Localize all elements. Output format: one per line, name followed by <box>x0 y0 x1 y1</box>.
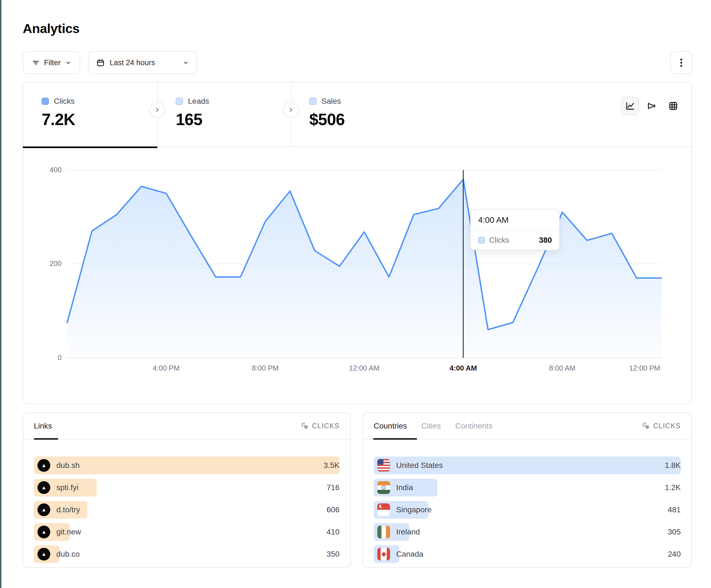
filter-button[interactable]: Filter <box>23 51 80 74</box>
table-row[interactable]: ▲dub.sh3.5K <box>34 456 340 474</box>
area-fill <box>67 179 661 358</box>
row-label: Canada <box>396 550 423 559</box>
clicks-swatch-icon <box>478 237 485 244</box>
analytics-card: Clicks 7.2K Leads 165 Sales $506 <box>23 82 692 404</box>
stat-tab-clicks[interactable]: Clicks 7.2K <box>23 82 157 147</box>
sales-swatch-icon <box>309 98 317 105</box>
row-value: 240 <box>668 545 681 563</box>
flag-icon-ca <box>377 548 390 561</box>
flag-icon-in <box>377 481 390 494</box>
flag-icon-sg <box>377 503 390 516</box>
table-row[interactable]: Singapore481 <box>374 501 681 519</box>
flag-icon-us <box>377 459 390 472</box>
table-grid-icon <box>667 100 679 112</box>
row-label: United States <box>396 461 443 470</box>
stat-tab-leads[interactable]: Leads 165 <box>157 82 291 147</box>
date-range-button[interactable]: Last 24 hours <box>88 51 197 74</box>
active-stat-indicator <box>23 146 157 148</box>
expand-leads-button[interactable] <box>149 102 166 118</box>
links-panel: Links CLICKS ▲dub.sh3.5K▲spti.fyi716▲d.t… <box>23 412 351 568</box>
more-options-button[interactable] <box>670 51 692 74</box>
x-axis-label: 12:00 PM <box>629 364 660 372</box>
tab-countries[interactable]: Countries <box>374 422 407 430</box>
dub-logo-icon: ▲ <box>38 526 50 538</box>
funnel-view-button[interactable] <box>642 97 661 115</box>
countries-panel: Countries Cities Continents CLICKS Unite… <box>363 412 692 568</box>
row-value: 350 <box>326 545 340 563</box>
table-row[interactable]: ▲dub.co350 <box>34 545 340 563</box>
row-label: Ireland <box>396 527 420 537</box>
row-value: 606 <box>326 501 340 519</box>
tooltip-series-label: Clicks <box>489 236 509 245</box>
row-label: dub.co <box>56 550 80 559</box>
active-tab-indicator <box>373 438 417 439</box>
filter-icon <box>31 58 40 67</box>
table-row[interactable]: ▲d.to/try606 <box>34 501 340 519</box>
date-range-label: Last 24 hours <box>110 59 155 67</box>
leads-swatch-icon <box>176 98 183 105</box>
table-row[interactable]: United States1.8K <box>374 456 681 474</box>
x-axis-label: 8:00 PM <box>252 364 279 372</box>
countries-metric-toggle[interactable]: CLICKS <box>642 422 681 430</box>
row-bar <box>34 456 340 474</box>
row-label: d.to/try <box>56 505 80 514</box>
links-metric-toggle[interactable]: CLICKS <box>301 422 340 430</box>
table-row[interactable]: Ireland305 <box>374 523 681 541</box>
funnel-icon <box>646 100 658 112</box>
chevron-down-icon <box>182 59 189 66</box>
tab-cities[interactable]: Cities <box>422 422 441 430</box>
page-title: Analytics <box>23 21 80 36</box>
stat-tab-sales[interactable]: Sales $506 <box>291 82 457 147</box>
stat-label: Clicks <box>54 97 75 106</box>
row-value: 1.8K <box>665 456 681 474</box>
y-axis-label: 200 <box>31 259 62 268</box>
row-value: 1.2K <box>665 479 681 496</box>
kebab-menu-icon <box>677 57 686 68</box>
x-axis-label: 4:00 PM <box>153 364 180 372</box>
dub-logo-icon: ▲ <box>38 459 50 472</box>
left-edge-strip <box>0 0 1 588</box>
table-row[interactable]: ▲git.new410 <box>34 523 340 541</box>
chevron-down-icon <box>65 59 72 66</box>
line-chart-icon <box>624 100 636 112</box>
x-axis-label: 12:00 AM <box>349 364 380 372</box>
stats-header: Clicks 7.2K Leads 165 Sales $506 <box>23 82 691 147</box>
row-label: dub.sh <box>56 461 80 470</box>
row-label: Singapore <box>396 505 432 514</box>
table-row[interactable]: Canada240 <box>374 545 681 563</box>
tooltip-value: 380 <box>539 236 552 245</box>
chart-type-switcher <box>621 97 683 115</box>
metric-label: CLICKS <box>312 422 340 430</box>
row-label: spti.fyi <box>56 483 78 492</box>
table-row[interactable]: India1.2K <box>374 479 681 496</box>
dub-logo-icon: ▲ <box>38 503 50 516</box>
analytics-page: Analytics Filter Last 24 hours <box>0 0 711 588</box>
cursor-click-icon <box>301 422 309 430</box>
stat-value: 7.2K <box>42 110 157 129</box>
x-axis-label: 8:00 AM <box>549 364 576 372</box>
active-tab-indicator <box>34 438 58 439</box>
line-chart-view-button[interactable] <box>621 97 639 115</box>
stat-label: Sales <box>322 97 341 106</box>
row-value: 716 <box>326 479 340 496</box>
flag-icon-ie <box>377 526 390 538</box>
table-view-button[interactable] <box>664 97 683 115</box>
tab-continents[interactable]: Continents <box>455 422 493 430</box>
dub-logo-icon: ▲ <box>38 548 50 561</box>
row-label: India <box>396 483 413 492</box>
tab-links[interactable]: Links <box>34 422 52 430</box>
chevron-right-icon <box>154 107 161 113</box>
x-axis: 4:00 PM8:00 PM12:00 AM4:00 AM8:00 AM12:0… <box>67 364 661 375</box>
y-axis-label: 400 <box>31 165 62 174</box>
row-label: git.new <box>56 527 81 537</box>
expand-sales-button[interactable] <box>283 102 299 118</box>
row-value: 3.5K <box>323 456 340 474</box>
chevron-right-icon <box>288 107 294 113</box>
table-row[interactable]: ▲spti.fyi716 <box>34 479 340 496</box>
x-axis-label: 4:00 AM <box>450 364 477 372</box>
links-panel-header: Links CLICKS <box>23 413 350 439</box>
clicks-timeseries-chart[interactable]: 4:00 AM Clicks 380 <box>67 156 661 358</box>
clicks-swatch-icon <box>42 98 49 105</box>
stat-value: 165 <box>176 110 291 129</box>
dub-logo-icon: ▲ <box>38 481 50 494</box>
